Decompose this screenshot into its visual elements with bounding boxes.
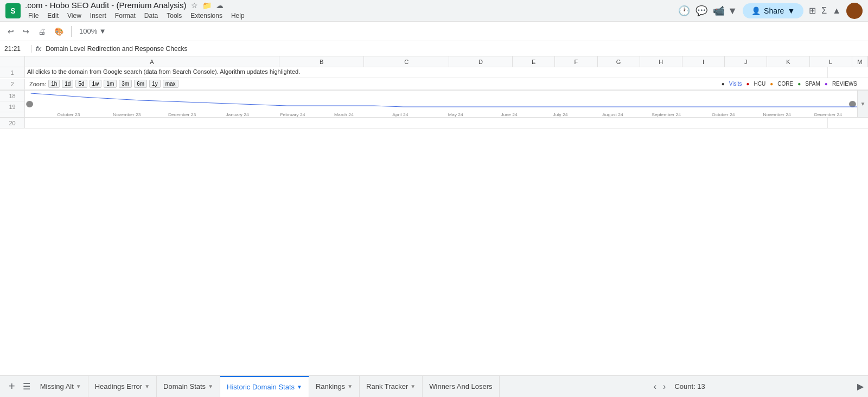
mini-row-nums: 18 19 <box>0 91 25 117</box>
zoom-control[interactable]: 100% ▼ <box>76 25 110 37</box>
svg-text:January 24: January 24 <box>226 112 249 117</box>
menu-view[interactable]: View <box>64 11 85 21</box>
share-person-icon: 👤 <box>751 7 761 15</box>
formula-content: Domain Level Redirection and Response Ch… <box>46 45 187 53</box>
title-area: .com - Hobo SEO Audit - (Premium Analysi… <box>25 1 674 21</box>
folder-icon[interactable]: 📁 <box>202 1 212 10</box>
zoom-6m[interactable]: 6m <box>134 80 147 88</box>
cell-reference[interactable]: 21:21 <box>4 45 31 53</box>
tab-domain-stats[interactable]: Domain Stats ▼ <box>157 376 220 397</box>
menu-data[interactable]: Data <box>141 11 161 21</box>
tab-end-button[interactable]: ▶ <box>857 381 864 392</box>
legend-reviews: REVIEWS <box>832 81 857 87</box>
tab-prev-button[interactable]: ‹ <box>652 382 659 392</box>
svg-point-36 <box>26 101 33 107</box>
collapse-icon[interactable]: ▲ <box>832 6 841 16</box>
col-header-b[interactable]: B <box>279 56 364 67</box>
zoom-1y[interactable]: 1y <box>149 80 161 88</box>
add-tab-button[interactable]: + <box>4 380 20 393</box>
grid-body: 1 All clicks to the domain from Google s… <box>0 67 868 129</box>
zoom-max[interactable]: max <box>163 80 178 88</box>
menu-format[interactable]: Format <box>112 11 139 21</box>
tab-headings-error-arrow[interactable]: ▼ <box>144 383 150 389</box>
paint-format-button[interactable]: 🎨 <box>51 25 67 38</box>
svg-text:August 24: August 24 <box>602 112 623 117</box>
zoom-1w[interactable]: 1w <box>90 80 102 88</box>
video-icon[interactable]: 📹 ▼ <box>713 5 737 17</box>
chrome-bar: S .com - Hobo SEO Audit - (Premium Analy… <box>0 0 868 22</box>
menu-help[interactable]: Help <box>228 11 248 21</box>
tab-rankings-arrow[interactable]: ▼ <box>347 383 353 389</box>
row-num-header <box>0 56 25 67</box>
zoom-1h[interactable]: 1h <box>48 80 60 88</box>
svg-text:June 24: June 24 <box>501 112 518 117</box>
tab-winners-and-losers[interactable]: Winners And Losers <box>423 376 499 397</box>
tab-domain-stats-arrow[interactable]: ▼ <box>208 383 213 389</box>
col-header-f[interactable]: F <box>555 56 597 67</box>
tab-missing-alt[interactable]: Missing Alt ▼ <box>34 376 88 397</box>
col-header-d[interactable]: D <box>449 56 513 67</box>
col-header-m[interactable]: M <box>852 56 868 67</box>
zoom-3m[interactable]: 3m <box>119 80 132 88</box>
zoom-1d[interactable]: 1d <box>62 80 73 88</box>
col-header-c[interactable]: C <box>364 56 449 67</box>
col-header-i[interactable]: I <box>682 56 725 67</box>
legend-core: CORE <box>777 81 793 87</box>
zoom-1m[interactable]: 1m <box>104 80 117 88</box>
grid-view-icon[interactable]: ⊞ <box>809 5 816 16</box>
col-header-k[interactable]: K <box>767 56 809 67</box>
avatar[interactable] <box>846 3 863 19</box>
menu-insert[interactable]: Insert <box>87 11 110 21</box>
zoom-label: Zoom: <box>29 81 46 87</box>
tab-domain-stats-label: Domain Stats <box>163 382 206 390</box>
chart-rows: 2 Zoom: 1h 1d 5d 1w 1m 3m 6m 1y max ●Vis… <box>0 78 868 129</box>
share-button[interactable]: 👤 Share ▼ <box>743 3 803 18</box>
tab-historic-domain-stats[interactable]: Historic Domain Stats ▼ <box>220 376 309 397</box>
col-header-e[interactable]: E <box>513 56 555 67</box>
svg-text:May 24: May 24 <box>448 112 464 117</box>
tab-missing-alt-label: Missing Alt <box>40 382 74 390</box>
col-header-j[interactable]: J <box>725 56 767 67</box>
legend-hcu: HCU <box>754 81 766 87</box>
svg-text:July 24: July 24 <box>553 112 568 117</box>
tab-historic-domain-stats-arrow[interactable]: ▼ <box>297 384 302 390</box>
menu-extensions[interactable]: Extensions <box>187 11 226 21</box>
row20-cell <box>25 118 828 128</box>
tab-next-button[interactable]: › <box>661 382 668 392</box>
tab-bar: + ☰ Missing Alt ▼ Headings Error ▼ Domai… <box>0 375 868 397</box>
zoom-5d[interactable]: 5d <box>75 80 87 88</box>
menu-edit[interactable]: Edit <box>44 11 62 21</box>
svg-text:December 23: December 23 <box>168 112 196 117</box>
svg-text:September 24: September 24 <box>652 112 681 117</box>
sigma-icon[interactable]: Σ <box>821 6 827 16</box>
tab-menu-button[interactable]: ☰ <box>20 381 34 392</box>
tab-rankings[interactable]: Rankings ▼ <box>309 376 360 397</box>
tab-rank-tracker-arrow[interactable]: ▼ <box>410 383 416 389</box>
star-icon[interactable]: ☆ <box>191 1 198 10</box>
col-header-g[interactable]: G <box>598 56 640 67</box>
print-button[interactable]: 🖨 <box>35 25 49 38</box>
tab-missing-alt-arrow[interactable]: ▼ <box>76 383 81 389</box>
column-headers: A B C D E F G H I J K L M <box>0 56 868 67</box>
col-header-h[interactable]: H <box>640 56 682 67</box>
menu-tools[interactable]: Tools <box>163 11 185 21</box>
redo-button[interactable]: ↪ <box>20 25 33 38</box>
svg-text:October 23: October 23 <box>57 112 80 117</box>
menu-file[interactable]: File <box>25 11 42 21</box>
spreadsheet-area: A B C D E F G H I J K L M 1 All clicks t… <box>0 56 868 375</box>
col-header-l[interactable]: L <box>810 56 852 67</box>
table-row: 20 <box>0 118 868 129</box>
history-icon[interactable]: 🕐 <box>678 5 690 17</box>
legend-spam: SPAM <box>805 81 820 87</box>
legend-visits: Visits <box>729 81 742 87</box>
svg-text:April 24: April 24 <box>392 112 408 117</box>
col-header-a[interactable]: A <box>25 56 279 67</box>
undo-button[interactable]: ↩ <box>4 25 17 38</box>
comment-icon[interactable]: 💬 <box>695 5 707 17</box>
doc-title: .com - Hobo SEO Audit - (Premium Analysi… <box>25 1 187 10</box>
row1-cell: All clicks to the domain from Google sea… <box>25 67 828 78</box>
tab-headings-error-label: Headings Error <box>95 382 142 390</box>
tab-rank-tracker[interactable]: Rank Tracker ▼ <box>360 376 423 397</box>
tab-headings-error[interactable]: Headings Error ▼ <box>88 376 157 397</box>
scroll-handle-right[interactable]: ▼ <box>857 91 868 117</box>
